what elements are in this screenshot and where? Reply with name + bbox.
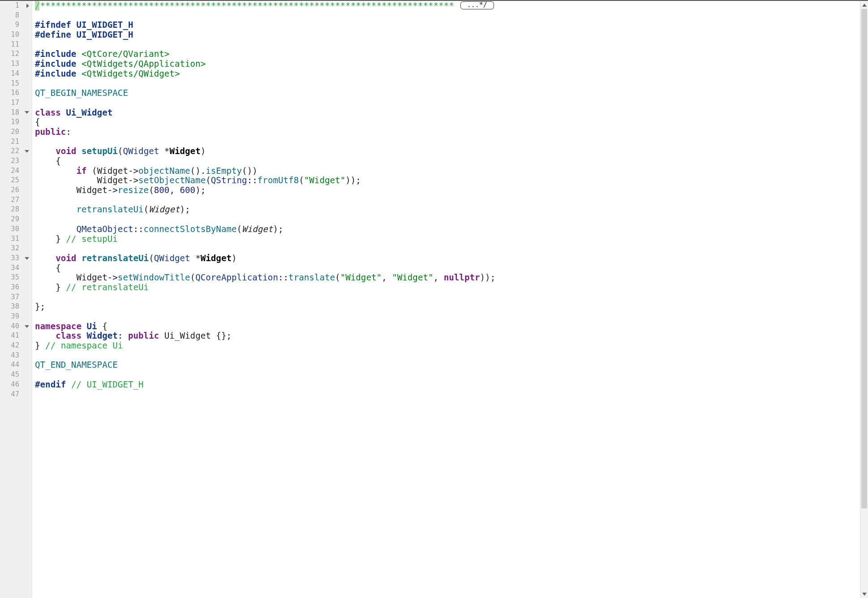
line-number[interactable]: 29 — [0, 215, 32, 224]
code-line[interactable] — [35, 195, 868, 205]
line-number[interactable]: 1 — [0, 1, 32, 11]
code-line[interactable]: Widget->setWindowTitle(QCoreApplication:… — [35, 273, 868, 283]
fold-expanded-icon[interactable] — [25, 150, 29, 153]
line-number[interactable]: 38 — [0, 302, 32, 312]
line-number[interactable]: 45 — [0, 370, 32, 380]
scroll-up-button[interactable] — [860, 1, 868, 9]
code-editor[interactable]: 1891011121314151617181920212223242526272… — [0, 0, 868, 598]
line-number[interactable]: 13 — [0, 59, 32, 69]
line-number[interactable]: 12 — [0, 49, 32, 59]
code-line[interactable]: /***************************************… — [35, 1, 868, 11]
line-number[interactable]: 46 — [0, 380, 32, 390]
fold-expanded-icon[interactable] — [25, 111, 29, 114]
line-number[interactable]: 11 — [0, 40, 32, 50]
line-number[interactable]: 8 — [0, 11, 32, 21]
code-line[interactable]: if (Widget->objectName().isEmpty()) — [35, 166, 868, 176]
line-number[interactable]: 19 — [0, 117, 32, 127]
line-number[interactable]: 22 — [0, 146, 32, 156]
code-line[interactable] — [35, 137, 868, 147]
line-number[interactable]: 15 — [0, 79, 32, 89]
code-line[interactable] — [35, 40, 868, 50]
code-line[interactable]: public: — [35, 127, 868, 137]
line-number[interactable]: 9 — [0, 20, 32, 30]
code-line[interactable]: #ifndef UI_WIDGET_H — [35, 20, 868, 30]
line-number[interactable]: 24 — [0, 166, 32, 176]
code-token: 600 — [180, 185, 195, 195]
code-line[interactable] — [35, 244, 868, 254]
code-line[interactable]: } // namespace Ui — [35, 341, 868, 351]
code-line[interactable] — [35, 390, 868, 400]
code-line[interactable] — [35, 215, 868, 224]
code-line[interactable]: #include <QtWidgets/QApplication> — [35, 59, 868, 69]
line-number[interactable]: 34 — [0, 263, 32, 273]
code-line[interactable]: namespace Ui { — [35, 322, 868, 331]
line-number[interactable]: 42 — [0, 341, 32, 351]
code-line[interactable]: Widget->setObjectName(QString::fromUtf8(… — [35, 176, 868, 185]
vertical-scrollbar[interactable] — [860, 1, 868, 598]
code-line[interactable]: class Widget: public Ui_Widget {}; — [35, 331, 868, 341]
line-number[interactable]: 17 — [0, 98, 32, 108]
scroll-down-button[interactable] — [860, 590, 868, 598]
line-number[interactable]: 28 — [0, 205, 32, 215]
code-line[interactable]: QT_END_NAMESPACE — [35, 360, 868, 370]
fold-placeholder-badge[interactable]: ...*/ — [460, 1, 494, 9]
code-line[interactable]: } // setupUi — [35, 234, 868, 244]
line-number[interactable]: 27 — [0, 195, 32, 205]
code-line[interactable]: QMetaObject::connectSlotsByName(Widget); — [35, 224, 868, 234]
code-line[interactable]: void setupUi(QWidget *Widget) — [35, 146, 868, 156]
line-number[interactable]: 44 — [0, 360, 32, 370]
line-number[interactable]: 20 — [0, 127, 32, 137]
code-area[interactable]: /***************************************… — [32, 1, 868, 598]
code-line[interactable]: #include <QtCore/QVariant> — [35, 49, 868, 59]
line-number[interactable]: 25 — [0, 176, 32, 185]
code-line[interactable] — [35, 79, 868, 89]
line-number[interactable]: 36 — [0, 283, 32, 293]
code-line[interactable]: { — [35, 117, 868, 127]
line-number[interactable]: 47 — [0, 390, 32, 400]
line-number[interactable]: 43 — [0, 351, 32, 361]
code-line[interactable]: #endif // UI_WIDGET_H — [35, 380, 868, 390]
fold-expanded-icon[interactable] — [25, 257, 29, 260]
code-line[interactable]: { — [35, 263, 868, 273]
code-line[interactable]: }; — [35, 302, 868, 312]
line-number[interactable]: 21 — [0, 137, 32, 147]
fold-collapsed-icon[interactable] — [26, 4, 29, 8]
line-number[interactable]: 10 — [0, 30, 32, 40]
code-token: , — [434, 273, 444, 283]
line-number[interactable]: 31 — [0, 234, 32, 244]
code-line[interactable] — [35, 293, 868, 302]
code-line[interactable]: } // retranslateUi — [35, 283, 868, 293]
scrollbar-track[interactable] — [860, 9, 868, 590]
line-number[interactable]: 41 — [0, 331, 32, 341]
line-number[interactable]: 18 — [0, 108, 32, 118]
line-number-gutter[interactable]: 1891011121314151617181920212223242526272… — [0, 1, 32, 598]
code-line[interactable]: #include <QtWidgets/QWidget> — [35, 69, 868, 79]
line-number[interactable]: 16 — [0, 88, 32, 98]
fold-expanded-icon[interactable] — [25, 325, 29, 328]
code-line[interactable]: retranslateUi(Widget); — [35, 205, 868, 215]
line-number[interactable]: 40 — [0, 322, 32, 331]
code-line[interactable]: Widget->resize(800, 600); — [35, 185, 868, 195]
code-line[interactable] — [35, 370, 868, 380]
line-number[interactable]: 37 — [0, 293, 32, 302]
code-line[interactable] — [35, 98, 868, 108]
code-line[interactable]: { — [35, 156, 868, 166]
line-number[interactable]: 14 — [0, 69, 32, 79]
line-number[interactable]: 23 — [0, 156, 32, 166]
code-line[interactable]: void retranslateUi(QWidget *Widget) — [35, 254, 868, 263]
line-number[interactable]: 30 — [0, 224, 32, 234]
line-number[interactable]: 39 — [0, 312, 32, 322]
line-number[interactable]: 35 — [0, 273, 32, 283]
code-line[interactable] — [35, 11, 868, 21]
code-token: setObjectName — [138, 176, 206, 185]
line-number[interactable]: 33 — [0, 254, 32, 263]
line-number[interactable]: 32 — [0, 244, 32, 254]
code-token: ( — [149, 185, 154, 195]
code-line[interactable] — [35, 312, 868, 322]
code-line[interactable]: QT_BEGIN_NAMESPACE — [35, 88, 868, 98]
code-line[interactable]: class Ui_Widget — [35, 108, 868, 118]
line-number[interactable]: 26 — [0, 185, 32, 195]
scrollbar-thumb[interactable] — [861, 9, 867, 508]
code-line[interactable] — [35, 351, 868, 361]
code-line[interactable]: #define UI_WIDGET_H — [35, 30, 868, 40]
